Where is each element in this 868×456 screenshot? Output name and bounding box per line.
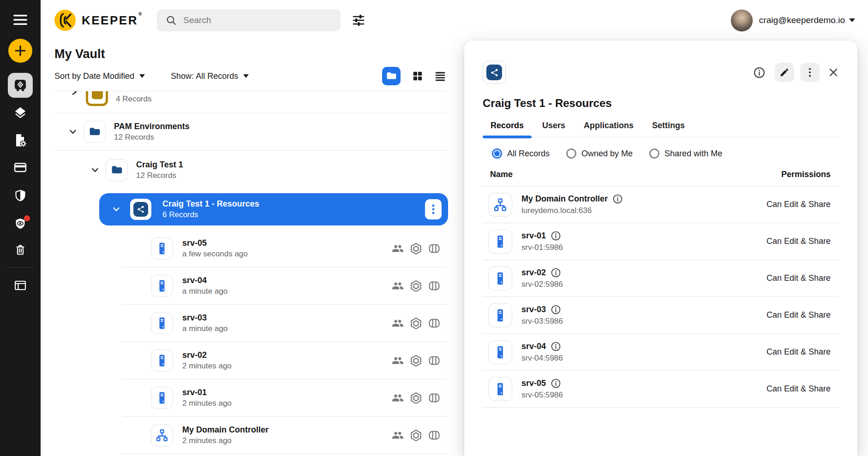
vault-record-row[interactable]: srv-05 a few seconds ago	[122, 230, 447, 267]
record-modified-time: a minute ago	[182, 324, 227, 333]
vault-record-row[interactable]: srv-01 2 minutes ago	[122, 379, 447, 417]
table-row[interactable]: srv-03 srv-03:5986 Can Edit & Share	[483, 297, 839, 334]
sort-dropdown[interactable]: Sort by Date Modified	[54, 71, 145, 81]
server-icon	[155, 316, 169, 330]
show-dropdown[interactable]: Show: All Records	[171, 71, 249, 81]
notification-dot	[24, 215, 30, 221]
list-view-button[interactable]	[434, 70, 447, 82]
table-row[interactable]: srv-01 srv-01:5986 Can Edit & Share	[483, 223, 839, 260]
folder-options-button[interactable]	[425, 199, 442, 219]
search-bar[interactable]	[157, 9, 341, 31]
folder-count: 6 Records	[162, 210, 259, 219]
table-header: Name Permissions	[483, 170, 839, 186]
table-row[interactable]: srv-05 srv-05:5986 Can Edit & Share	[483, 371, 839, 408]
table-row[interactable]: srv-02 srv-02:5986 Can Edit & Share	[483, 260, 839, 297]
hexagon-nut-icon	[410, 317, 422, 330]
tunnel-icon	[428, 280, 440, 292]
record-type-icon	[151, 424, 173, 446]
folder-tree: 4 Records PAM Environments 12 Records	[54, 91, 447, 454]
panel-header	[483, 61, 839, 84]
shared-folder-icon	[130, 199, 151, 220]
tree-row-pam-environments[interactable]: PAM Environments 12 Records	[54, 113, 447, 150]
tree-row-craig-test-1[interactable]: Craig Test 1 12 Records	[54, 151, 447, 190]
chevron-down-icon[interactable]	[69, 128, 77, 136]
tree-row-selected-shared-folder[interactable]: Craig Test 1 - Resources 6 Records	[99, 193, 448, 225]
vault-record-row[interactable]: srv-04 a minute ago	[122, 267, 447, 305]
folder-view-button[interactable]	[382, 67, 401, 85]
column-permissions: Permissions	[781, 170, 831, 179]
record-badges	[392, 429, 440, 442]
sidebar-item-security-audit[interactable]	[13, 217, 27, 231]
window-layout-icon	[13, 278, 27, 292]
nav-rail	[0, 0, 41, 456]
hamburger-menu-icon[interactable]	[13, 15, 27, 25]
info-icon[interactable]	[612, 194, 623, 204]
sidebar-item-trash[interactable]	[13, 243, 27, 257]
record-type-icon	[151, 349, 173, 372]
record-permission: Can Edit & Share	[766, 384, 831, 394]
grid-view-button[interactable]	[412, 70, 424, 82]
sidebar-item-secrets-manager[interactable]	[13, 106, 27, 120]
table-row[interactable]: srv-04 srv-04:5986 Can Edit & Share	[483, 334, 839, 371]
edit-button[interactable]	[775, 63, 794, 82]
hexagon-nut-icon	[410, 243, 422, 255]
search-input[interactable]	[182, 15, 321, 26]
shared-users-icon	[392, 392, 404, 404]
keeper-logo: KEEPER®	[54, 10, 141, 31]
info-icon[interactable]	[551, 304, 561, 315]
keeper-logo-mark	[54, 10, 76, 31]
filter-option[interactable]: All Records	[492, 148, 550, 159]
server-icon	[493, 345, 508, 360]
record-filters: All Records Owned by Me Shared with Me	[483, 148, 839, 159]
vault-record-row[interactable]: My Domain Controller 2 minutes ago	[122, 417, 447, 454]
add-record-button[interactable]	[8, 39, 32, 63]
record-badges	[392, 243, 440, 255]
info-icon[interactable]	[551, 341, 561, 352]
user-email[interactable]: craig@keeperdemo.io	[759, 15, 845, 25]
radio-icon[interactable]	[649, 148, 659, 159]
close-icon[interactable]	[828, 67, 839, 78]
radio-icon[interactable]	[566, 148, 576, 159]
sidebar-item-browser-layout[interactable]	[13, 278, 27, 292]
filter-option[interactable]: Owned by Me	[566, 148, 633, 159]
table-row[interactable]: My Domain Controller lureydemo.local:636…	[483, 186, 839, 223]
user-avatar[interactable]	[730, 9, 753, 32]
sort-label: Sort by Date Modified	[54, 71, 134, 81]
list-icon	[434, 70, 447, 82]
chevron-right-icon[interactable]	[71, 91, 78, 97]
panel-tab[interactable]: Applications	[576, 121, 641, 137]
record-host: srv-05:5986	[521, 391, 563, 400]
vault-record-row[interactable]: srv-03 a minute ago	[122, 305, 447, 342]
record-badges	[392, 392, 440, 404]
info-icon[interactable]	[753, 66, 766, 79]
record-type-icon	[488, 340, 512, 364]
sidebar-item-vault[interactable]	[8, 73, 33, 98]
record-permission: Can Edit & Share	[766, 347, 831, 357]
chevron-down-icon[interactable]	[112, 206, 120, 213]
panel-tab[interactable]: Users	[534, 121, 573, 137]
record-type-icon	[151, 312, 173, 334]
info-icon[interactable]	[551, 231, 561, 241]
more-options-button[interactable]	[800, 63, 820, 82]
record-host: srv-01:5986	[521, 243, 563, 252]
sidebar-item-reports[interactable]	[13, 133, 27, 147]
shared-users-icon	[392, 317, 404, 329]
vault-record-row[interactable]: srv-02 2 minutes ago	[122, 342, 447, 379]
filter-option[interactable]: Shared with Me	[649, 148, 722, 159]
chevron-down-icon[interactable]	[91, 166, 99, 174]
panel-title: Craig Test 1 - Resources	[483, 97, 839, 110]
tree-row-partial[interactable]: 4 Records	[54, 91, 447, 113]
info-icon[interactable]	[551, 378, 561, 389]
record-type-icon	[151, 275, 173, 297]
list-controls: Sort by Date Modified Show: All Records	[54, 66, 447, 86]
radio-icon[interactable]	[492, 148, 502, 159]
server-icon	[493, 382, 508, 397]
panel-tab[interactable]: Records	[483, 121, 532, 137]
account-chevron-down-icon[interactable]	[849, 18, 855, 22]
info-icon[interactable]	[551, 267, 561, 278]
sidebar-item-payment-cards[interactable]	[13, 160, 27, 174]
tunnel-icon	[428, 317, 440, 329]
sidebar-item-breachwatch[interactable]	[13, 189, 27, 203]
filter-sliders-icon[interactable]	[353, 14, 365, 26]
panel-tab[interactable]: Settings	[644, 121, 693, 137]
